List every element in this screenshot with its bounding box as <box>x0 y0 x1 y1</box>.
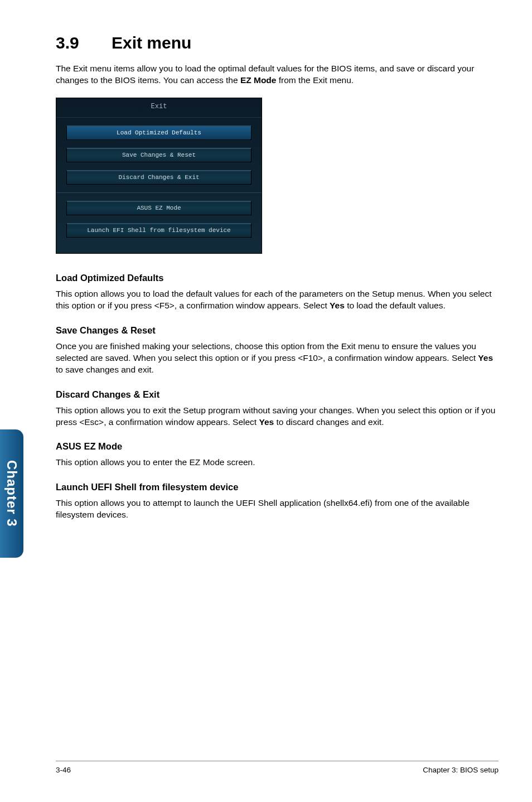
section-title: 3.9Exit menu <box>56 33 499 52</box>
save-changes-heading: Save Changes & Reset <box>56 325 499 336</box>
bios-tab-header: Exit <box>56 98 262 118</box>
save-changes-text: Once you are finished making your select… <box>56 340 499 376</box>
discard-changes-text: This option allows you to exit the Setup… <box>56 404 499 428</box>
asus-ez-mode-text: This option allows you to enter the EZ M… <box>56 456 499 468</box>
load-defaults-text: This option allows you to load the defau… <box>56 288 499 312</box>
chapter-side-tab-label: Chapter 3 <box>4 460 20 527</box>
bios-save-changes-reset-button[interactable]: Save Changes & Reset <box>66 148 252 162</box>
discard-yes-bold: Yes <box>259 417 274 427</box>
load-yes-bold: Yes <box>330 301 345 310</box>
intro-paragraph: The Exit menu items allow you to load th… <box>56 62 499 86</box>
load-text-b: to load the default values. <box>345 301 446 310</box>
save-text-a: Once you are finished making your select… <box>56 341 478 363</box>
intro-ezmode-bold: EZ Mode <box>240 75 277 85</box>
chapter-side-tab: Chapter 3 <box>0 429 23 558</box>
footer-chapter-label: Chapter 3: BIOS setup <box>423 766 499 774</box>
launch-uefi-shell-heading: Launch UEFI Shell from filesystem device <box>56 482 499 492</box>
bios-discard-changes-exit-button[interactable]: Discard Changes & Exit <box>66 170 252 185</box>
bios-launch-efi-shell-button[interactable]: Launch EFI Shell from filesystem device <box>66 223 252 238</box>
page-footer: 3-46 Chapter 3: BIOS setup <box>56 761 499 774</box>
bios-exit-screenshot: Exit Load Optimized Defaults Save Change… <box>56 98 262 254</box>
asus-ez-mode-heading: ASUS EZ Mode <box>56 441 499 452</box>
save-text-b: to save changes and exit. <box>56 365 154 374</box>
launch-uefi-shell-text: This option allows you to attempt to lau… <box>56 497 499 521</box>
bios-divider <box>56 192 262 193</box>
bios-load-optimized-defaults-button[interactable]: Load Optimized Defaults <box>66 125 252 140</box>
section-heading: Exit menu <box>112 33 191 52</box>
bios-asus-ez-mode-button[interactable]: ASUS EZ Mode <box>66 201 252 215</box>
save-yes-bold: Yes <box>478 353 493 363</box>
page-number: 3-46 <box>56 766 71 774</box>
discard-text-b: to discard changes and exit. <box>274 417 384 427</box>
discard-changes-heading: Discard Changes & Exit <box>56 389 499 400</box>
bios-body: Load Optimized Defaults Save Changes & R… <box>56 118 262 238</box>
intro-text-b: from the Exit menu. <box>276 75 354 85</box>
load-defaults-heading: Load Optimized Defaults <box>56 273 499 283</box>
section-number: 3.9 <box>56 33 79 52</box>
